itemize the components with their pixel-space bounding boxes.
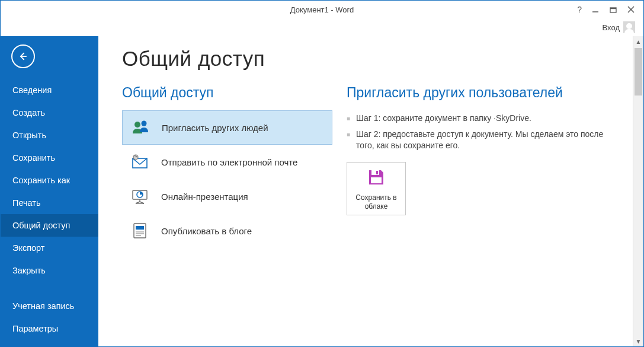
nav-item-open[interactable]: Открыть	[1, 124, 98, 147]
back-button[interactable]	[11, 44, 35, 68]
svg-rect-23	[371, 177, 382, 183]
help-icon[interactable]: ?	[577, 5, 582, 14]
main-area: Общий доступ Общий доступ	[98, 36, 643, 346]
invite-step-1: Шаг 1: сохраните документ в папку ·SkyDr…	[347, 113, 614, 124]
share-option-email[interactable]: Отправить по электронной почте	[122, 145, 332, 179]
word-backstage: Документ1 - Word ? Вход Сведения Создать…	[0, 0, 644, 347]
people-icon	[130, 117, 151, 138]
minimize-button[interactable]	[591, 5, 600, 14]
svg-point-6	[134, 122, 140, 128]
presentation-icon	[129, 186, 150, 207]
nav-item-share[interactable]: Общий доступ	[1, 214, 98, 237]
window-title: Документ1 - Word	[1, 5, 643, 14]
nav-item-saveas[interactable]: Сохранить как	[1, 169, 98, 192]
share-option-presentation[interactable]: Онлайн-презентация	[122, 179, 332, 214]
backstage-sidebar: Сведения Создать Открыть Сохранить Сохра…	[1, 36, 98, 346]
invite-step-2: Шаг 2: предоставьте доступ к документу. …	[347, 129, 614, 151]
save-to-cloud-label: Сохранить в облаке	[351, 193, 402, 211]
blog-icon	[129, 220, 150, 241]
nav-item-options[interactable]: Параметры	[1, 317, 98, 340]
nav-item-save[interactable]: Сохранить	[1, 147, 98, 169]
page-title: Общий доступ	[122, 47, 614, 71]
svg-rect-17	[136, 226, 144, 230]
invite-heading: Пригласить других пользователей	[347, 85, 614, 101]
share-option-label: Онлайн-презентация	[161, 192, 248, 202]
nav-item-export[interactable]: Экспорт	[1, 237, 98, 259]
nav-item-close[interactable]: Закрыть	[1, 259, 98, 282]
share-option-label: Отправить по электронной почте	[161, 157, 297, 167]
scroll-track[interactable]	[633, 47, 643, 336]
floppy-icon	[366, 167, 386, 190]
signin-row: Вход	[1, 18, 643, 36]
svg-point-9	[133, 155, 138, 160]
nav-item-account[interactable]: Учетная запись	[1, 295, 98, 317]
nav-item-new[interactable]: Создать	[1, 101, 98, 124]
close-button[interactable]	[627, 5, 635, 14]
signin-link[interactable]: Вход	[603, 23, 620, 32]
restore-button[interactable]	[609, 5, 617, 14]
nav-item-info[interactable]: Сведения	[1, 79, 98, 101]
svg-rect-22	[376, 171, 378, 174]
email-icon	[129, 151, 150, 173]
invite-steps: Шаг 1: сохраните документ в папку ·SkyDr…	[347, 113, 614, 151]
share-option-label: Пригласить других людей	[162, 123, 268, 133]
scroll-thumb[interactable]	[635, 48, 642, 95]
svg-rect-21	[371, 170, 379, 175]
scroll-down-icon[interactable]: ▼	[633, 336, 643, 346]
save-to-cloud-button[interactable]: Сохранить в облаке	[347, 162, 406, 215]
share-heading: Общий доступ	[122, 85, 332, 101]
share-option-label: Опубликовать в блоге	[161, 226, 252, 236]
scroll-up-icon[interactable]: ▲	[633, 36, 643, 47]
vertical-scrollbar[interactable]: ▲ ▼	[633, 36, 643, 346]
svg-point-7	[142, 121, 147, 126]
titlebar: Документ1 - Word ?	[1, 1, 643, 18]
avatar-icon[interactable]	[623, 21, 635, 33]
share-option-invite[interactable]: Пригласить других людей	[122, 110, 332, 145]
nav-item-print[interactable]: Печать	[1, 192, 98, 214]
share-option-blog[interactable]: Опубликовать в блоге	[122, 214, 332, 248]
